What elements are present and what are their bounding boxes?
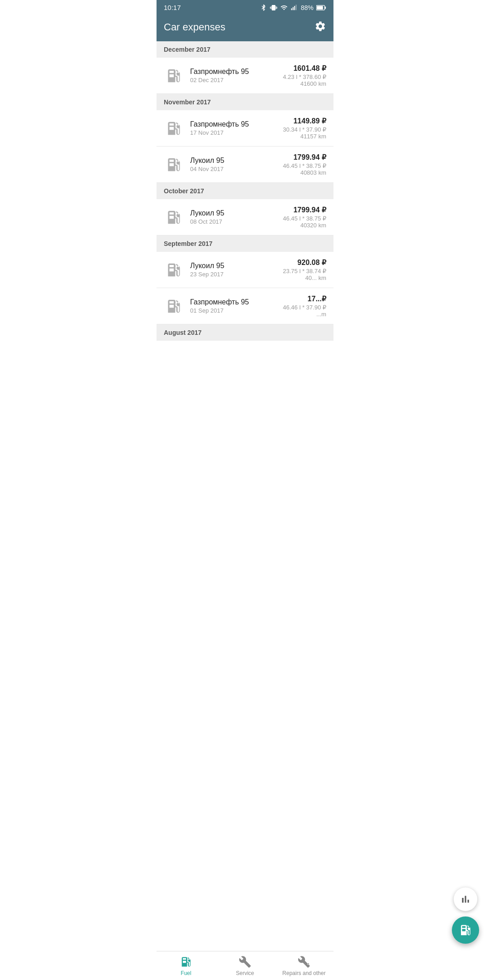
expense-item[interactable]: Лукоил 95 23 Sep 2017 920.08 ₽ 23.75 l *…: [157, 252, 333, 288]
item-name: Газпромнефть 95: [190, 120, 283, 128]
battery-icon: [316, 5, 326, 11]
section-august: August 2017: [157, 324, 333, 341]
item-total: 1799.94 ₽: [283, 153, 326, 162]
item-km: 40320 km: [283, 222, 326, 229]
expense-item[interactable]: Газпромнефть 95 02 Dec 2017 1601.48 ₽ 4.…: [157, 58, 333, 94]
content-area: December 2017 Газпромнефть 95 02 Dec 201…: [157, 41, 333, 372]
item-values: 17...₽ 46.46 l * 37.90 ₽ ...m: [283, 294, 326, 318]
app-header: Car expenses: [157, 15, 333, 41]
status-bar: 10:17 88%: [157, 0, 333, 15]
svg-rect-5: [325, 6, 326, 9]
section-december: December 2017: [157, 41, 333, 58]
signal-icon: [291, 4, 298, 11]
svg-rect-1: [293, 7, 294, 10]
item-date: 04 Nov 2017: [190, 166, 283, 172]
section-october: October 2017: [157, 183, 333, 199]
svg-rect-0: [291, 8, 292, 10]
item-date: 02 Dec 2017: [190, 77, 283, 83]
item-name: Газпромнефть 95: [190, 68, 283, 76]
svg-rect-6: [317, 6, 323, 10]
fuel-pump-icon: [164, 118, 184, 138]
item-date: 08 Oct 2017: [190, 218, 283, 225]
item-name: Лукоил 95: [190, 209, 283, 217]
item-total: 1799.94 ₽: [283, 206, 326, 214]
bluetooth-icon: [260, 4, 267, 11]
svg-rect-2: [294, 6, 295, 10]
item-km: 41157 km: [283, 133, 326, 140]
item-detail: 4.23 l * 378.60 ₽: [283, 74, 326, 80]
item-name: Лукоил 95: [190, 157, 283, 165]
item-detail: 46.46 l * 37.90 ₽: [283, 304, 326, 311]
wifi-icon: [280, 4, 288, 11]
item-detail: 23.75 l * 38.74 ₽: [283, 268, 326, 274]
expense-item[interactable]: Газпромнефть 95 01 Sep 2017 17...₽ 46.46…: [157, 288, 333, 324]
item-name: Лукоил 95: [190, 262, 283, 270]
item-total: 920.08 ₽: [283, 258, 326, 267]
fuel-pump-icon: [164, 260, 184, 280]
item-km: 40803 km: [283, 169, 326, 176]
expense-item[interactable]: Газпромнефть 95 17 Nov 2017 1149.89 ₽ 30…: [157, 110, 333, 147]
expense-item[interactable]: Лукоил 95 08 Oct 2017 1799.94 ₽ 46.45 l …: [157, 199, 333, 235]
fuel-pump-icon: [164, 296, 184, 316]
item-info: Газпромнефть 95 01 Sep 2017: [190, 298, 283, 314]
settings-button[interactable]: [314, 20, 326, 34]
item-date: 17 Nov 2017: [190, 129, 283, 136]
item-values: 1149.89 ₽ 30.34 l * 37.90 ₽ 41157 km: [283, 117, 326, 140]
item-info: Лукоил 95 23 Sep 2017: [190, 262, 283, 278]
time: 10:17: [164, 4, 181, 11]
item-km: 40... km: [283, 274, 326, 281]
item-values: 920.08 ₽ 23.75 l * 38.74 ₽ 40... km: [283, 258, 326, 281]
item-detail: 46.45 l * 38.75 ₽: [283, 162, 326, 169]
item-detail: 30.34 l * 37.90 ₽: [283, 126, 326, 133]
item-detail: 46.45 l * 38.75 ₽: [283, 215, 326, 222]
item-values: 1799.94 ₽ 46.45 l * 38.75 ₽ 40320 km: [283, 206, 326, 229]
item-info: Лукоил 95 08 Oct 2017: [190, 209, 283, 225]
item-date: 01 Sep 2017: [190, 307, 283, 314]
battery-percent: 88%: [301, 4, 314, 11]
item-date: 23 Sep 2017: [190, 271, 283, 278]
item-values: 1601.48 ₽ 4.23 l * 378.60 ₽ 41600 km: [283, 64, 326, 87]
item-km: 41600 km: [283, 80, 326, 87]
section-november: November 2017: [157, 94, 333, 110]
item-km: ...m: [283, 311, 326, 318]
gear-icon: [314, 20, 326, 32]
item-total: 1149.89 ₽: [283, 117, 326, 125]
item-name: Газпромнефть 95: [190, 298, 283, 306]
item-info: Газпромнефть 95 02 Dec 2017: [190, 68, 283, 83]
status-icons: 88%: [260, 4, 326, 11]
fuel-pump-icon: [164, 66, 184, 86]
vibrate-icon: [270, 4, 277, 11]
fuel-pump-icon: [164, 155, 184, 175]
app-title: Car expenses: [164, 21, 225, 33]
item-total: 1601.48 ₽: [283, 64, 326, 73]
item-values: 1799.94 ₽ 46.45 l * 38.75 ₽ 40803 km: [283, 153, 326, 176]
fuel-pump-icon: [164, 207, 184, 227]
item-total: 17...₽: [283, 294, 326, 303]
expense-item[interactable]: Лукоил 95 04 Nov 2017 1799.94 ₽ 46.45 l …: [157, 147, 333, 183]
svg-rect-3: [296, 5, 297, 10]
section-september: September 2017: [157, 235, 333, 252]
item-info: Лукоил 95 04 Nov 2017: [190, 157, 283, 172]
item-info: Газпромнефть 95 17 Nov 2017: [190, 120, 283, 136]
